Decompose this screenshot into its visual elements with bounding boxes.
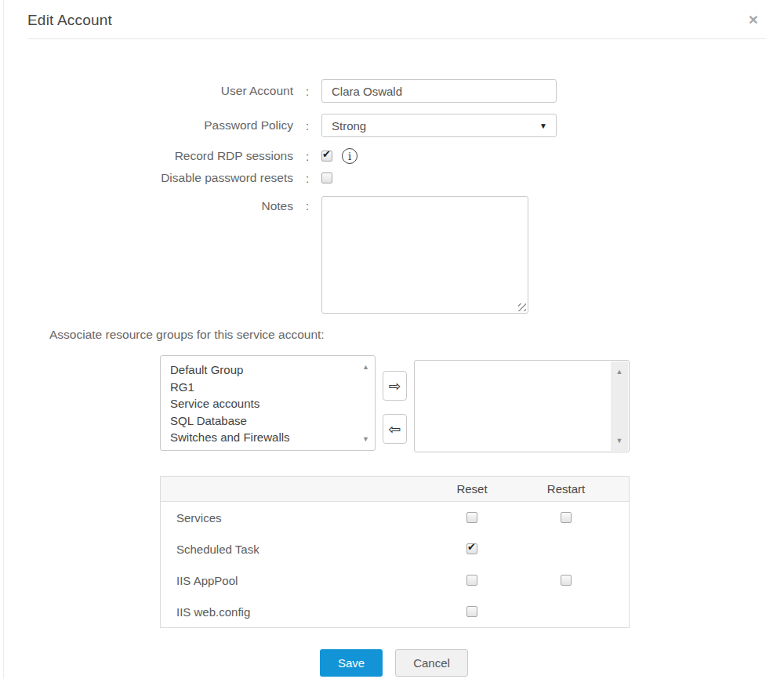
notes-label: Notes bbox=[4, 196, 293, 213]
table-row: Scheduled Task✔ bbox=[161, 533, 629, 565]
password-policy-label: Password Policy bbox=[4, 118, 293, 133]
row-label: IIS web.config bbox=[161, 605, 425, 619]
move-left-button[interactable]: ⇦ bbox=[383, 414, 407, 444]
available-groups-listbox[interactable]: Default GroupRG1Service accountsSQL Data… bbox=[160, 355, 376, 451]
notes-textarea[interactable] bbox=[321, 196, 528, 314]
password-policy-value: Strong bbox=[332, 119, 366, 133]
scroll-down-icon[interactable]: ▼ bbox=[362, 435, 369, 443]
restart-checkbox[interactable] bbox=[561, 512, 572, 523]
resource-groups-dual-list: Default GroupRG1Service accountsSQL Data… bbox=[160, 355, 784, 452]
move-right-button[interactable]: ⇨ bbox=[383, 371, 407, 401]
close-icon[interactable]: × bbox=[749, 11, 758, 27]
check-icon: ✔ bbox=[322, 148, 331, 160]
restart-column-header: Restart bbox=[519, 482, 613, 496]
list-item[interactable]: Service accounts bbox=[170, 395, 354, 412]
colon: : bbox=[293, 85, 321, 98]
list-item[interactable]: SQL Database bbox=[170, 412, 354, 430]
colon: : bbox=[293, 172, 321, 185]
associate-groups-label: Associate resource groups for this servi… bbox=[49, 328, 784, 342]
restart-checkbox[interactable] bbox=[561, 575, 572, 586]
resize-grip-icon[interactable] bbox=[518, 303, 526, 311]
row-label: Scheduled Task bbox=[161, 543, 425, 556]
colon: : bbox=[293, 196, 321, 212]
user-account-input[interactable] bbox=[321, 79, 557, 103]
chevron-down-icon: ▼ bbox=[539, 122, 547, 130]
notes-row: Notes : bbox=[4, 196, 784, 314]
page-title: Edit Account bbox=[27, 12, 760, 29]
reset-checkbox[interactable]: ✔ bbox=[466, 543, 477, 554]
dialog-actions: Save Cancel bbox=[4, 649, 784, 677]
colon: : bbox=[293, 119, 321, 133]
header-divider bbox=[27, 38, 766, 39]
reset-checkbox[interactable] bbox=[466, 575, 477, 586]
account-form: User Account : Password Policy : Strong … bbox=[4, 79, 784, 314]
record-rdp-label: Record RDP sessions bbox=[4, 149, 293, 163]
disable-resets-row: Disable password resets : bbox=[4, 171, 784, 185]
info-icon[interactable]: i bbox=[342, 148, 358, 164]
password-policy-select[interactable]: Strong ▼ bbox=[321, 114, 557, 137]
account-actions-table: Reset Restart ServicesScheduled Task✔IIS… bbox=[160, 476, 630, 628]
table-row: Services bbox=[161, 502, 629, 533]
scroll-down-icon[interactable]: ▼ bbox=[616, 437, 623, 445]
row-label: IIS AppPool bbox=[161, 574, 425, 587]
list-item[interactable]: Switches and Firewalls bbox=[170, 429, 354, 446]
arrow-right-icon: ⇨ bbox=[389, 377, 401, 394]
reset-column-header: Reset bbox=[425, 482, 519, 496]
scroll-up-icon[interactable]: ▲ bbox=[616, 368, 623, 376]
disable-resets-checkbox[interactable] bbox=[321, 172, 332, 183]
reset-checkbox[interactable] bbox=[466, 512, 477, 523]
arrow-left-icon: ⇦ bbox=[389, 420, 401, 438]
selected-groups-listbox[interactable]: ▲ ▼ bbox=[414, 360, 630, 452]
record-rdp-checkbox[interactable]: ✔ bbox=[321, 151, 332, 162]
list-item[interactable]: Default Group bbox=[170, 361, 354, 379]
table-row: IIS AppPool bbox=[161, 565, 629, 596]
check-icon: ✔ bbox=[467, 541, 476, 553]
table-row: IIS web.config bbox=[161, 596, 629, 627]
scroll-up-icon[interactable]: ▲ bbox=[362, 363, 369, 371]
transfer-buttons: ⇨ ⇦ bbox=[383, 371, 407, 452]
disable-resets-label: Disable password resets bbox=[4, 171, 293, 185]
dialog-header: Edit Account × bbox=[4, 0, 784, 37]
user-account-row: User Account : bbox=[4, 79, 784, 103]
row-label: Services bbox=[161, 511, 425, 525]
password-policy-row: Password Policy : Strong ▼ bbox=[4, 114, 784, 137]
list-item[interactable]: RG1 bbox=[170, 379, 354, 396]
edit-account-dialog: Edit Account × User Account : Password P… bbox=[3, 0, 784, 679]
cancel-button[interactable]: Cancel bbox=[395, 649, 468, 677]
scrollbar[interactable]: ▲ ▼ bbox=[611, 361, 628, 451]
table-header-row: Reset Restart bbox=[161, 477, 629, 502]
reset-checkbox[interactable] bbox=[466, 606, 477, 617]
user-account-label: User Account bbox=[4, 84, 293, 98]
record-rdp-row: Record RDP sessions : ✔ i bbox=[4, 148, 784, 164]
save-button[interactable]: Save bbox=[320, 649, 383, 677]
colon: : bbox=[293, 150, 321, 163]
